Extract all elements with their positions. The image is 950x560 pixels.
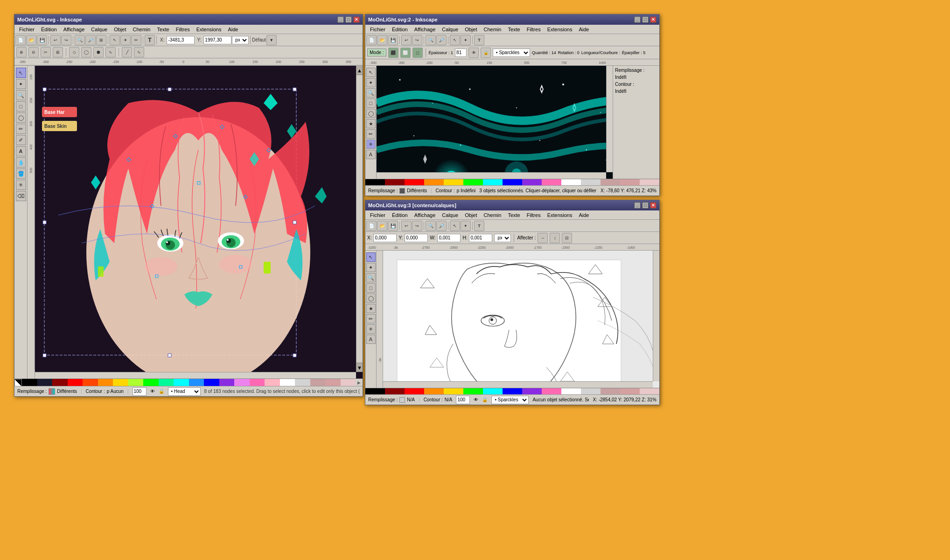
menu-extensions[interactable]: Extensions <box>194 26 224 33</box>
layer-select[interactable]: • Head <box>168 387 201 396</box>
br-menu-objet[interactable]: Objet <box>462 212 480 218</box>
br-maximize-button[interactable]: □ <box>642 202 649 209</box>
br-text[interactable]: T <box>474 221 484 231</box>
opacity-input[interactable] <box>133 387 147 396</box>
pen-btn[interactable]: ✏ <box>131 35 141 45</box>
br-ellipse[interactable]: ◯ <box>366 294 376 303</box>
tr-open[interactable]: 📂 <box>377 35 387 45</box>
color-violet[interactable] <box>234 379 250 386</box>
br-pal-white[interactable] <box>561 388 581 395</box>
tr-star[interactable]: ★ <box>366 119 376 128</box>
redo-btn[interactable]: ↪ <box>61 35 71 45</box>
tr-pal-rose[interactable] <box>620 179 640 186</box>
line-seg-btn[interactable]: ╱ <box>122 47 132 57</box>
br-menu-aide[interactable]: Aide <box>576 212 592 218</box>
tr-redo[interactable]: ↪ <box>412 35 422 45</box>
br-undo[interactable]: ↩ <box>401 221 412 231</box>
symmetric-btn[interactable]: ⬟ <box>93 47 104 57</box>
br-pal-mauve[interactable] <box>601 388 620 395</box>
curve-seg-btn[interactable]: ∿ <box>134 47 144 57</box>
color-darkorange[interactable] <box>98 379 113 386</box>
tr-zoom-in[interactable]: 🔍 <box>426 35 436 45</box>
tr-close-button[interactable]: ✕ <box>650 16 657 23</box>
br-node2[interactable]: ✦ <box>366 263 376 272</box>
undo-btn[interactable]: ↩ <box>50 35 61 45</box>
color-white[interactable] <box>280 379 295 386</box>
spray-tool[interactable]: ✳ <box>16 180 26 190</box>
scroll-right[interactable]: ▲ ▼ <box>356 66 363 372</box>
br-pal-violet[interactable] <box>522 388 542 395</box>
color-blueviolet[interactable] <box>219 379 235 386</box>
tr-canvas[interactable] <box>377 66 613 179</box>
tr-pal-orange[interactable] <box>424 179 444 186</box>
menu-objet[interactable]: Objet <box>111 26 129 33</box>
tr-save[interactable]: 💾 <box>388 35 398 45</box>
zoom-tool[interactable]: 🔍 <box>16 90 26 100</box>
cusp-btn[interactable]: ◇ <box>69 47 79 57</box>
br-y-input[interactable] <box>405 234 428 242</box>
y-coord-input[interactable] <box>203 36 231 44</box>
color-red[interactable] <box>68 379 83 386</box>
br-pal-blue[interactable] <box>503 388 522 395</box>
tr-pal-red[interactable] <box>405 179 424 186</box>
br-zoom-in[interactable]: 🔍 <box>426 221 436 231</box>
br-pal-lgray[interactable] <box>581 388 601 395</box>
color-blue[interactable] <box>204 379 219 386</box>
br-opacity-input[interactable] <box>456 396 470 404</box>
main-canvas[interactable]: Base Har Base Skin ▲ ▼ <box>35 66 363 378</box>
br-x-input[interactable] <box>373 234 397 242</box>
zoom-in-btn[interactable]: 🔍 <box>75 35 85 45</box>
br-menu-fichier[interactable]: Fichier <box>367 212 388 218</box>
pen-tool2[interactable]: ✏ <box>16 124 26 134</box>
br-pal-darkred[interactable] <box>385 388 405 395</box>
br-redo[interactable]: ↪ <box>412 221 422 231</box>
tr-select[interactable]: ↖ <box>450 35 460 45</box>
br-close-button[interactable]: ✕ <box>650 202 657 209</box>
mode-btn2[interactable]: ⬜ <box>400 48 411 58</box>
join-node-btn[interactable]: ⊞ <box>53 47 63 57</box>
br-text2[interactable]: A <box>366 335 376 344</box>
br-rect[interactable]: □ <box>366 283 376 293</box>
scroll-palette-right[interactable]: ▶ <box>356 379 363 386</box>
tr-scroll-right[interactable] <box>606 66 613 172</box>
br-menu-edition[interactable]: Édition <box>389 212 411 218</box>
main-window[interactable]: MoOnLiGht.svg - Inkscape _ □ ✕ Fichier É… <box>14 14 363 397</box>
tr-node[interactable]: ✦ <box>461 35 471 45</box>
br-menu-calque[interactable]: Calque <box>439 212 461 218</box>
tr-minimize-button[interactable]: _ <box>634 16 641 23</box>
tr-menu-fichier[interactable]: Fichier <box>367 26 388 33</box>
node-tool[interactable]: ✦ <box>16 79 26 89</box>
tr-pal-violet[interactable] <box>522 179 542 186</box>
color-medspring[interactable] <box>159 379 174 386</box>
tr-pal-yellow[interactable] <box>444 179 463 186</box>
br-pal-cyan[interactable] <box>483 388 503 395</box>
tr-layer-select[interactable]: • Sparckles <box>493 49 530 57</box>
br-arrow[interactable]: ↖ <box>366 252 376 262</box>
tr-pen[interactable]: ✏ <box>366 129 376 139</box>
tr-pal-lime[interactable] <box>463 179 483 186</box>
tr-ellipse[interactable]: ◯ <box>366 109 376 118</box>
br-affecter-btn1[interactable]: ↔ <box>538 233 548 243</box>
br-canvas[interactable] <box>383 251 659 388</box>
color-orangered[interactable] <box>83 379 98 386</box>
scroll-bottom[interactable] <box>35 372 356 378</box>
zoom-out-btn[interactable]: 🔎 <box>85 35 96 45</box>
color-mistyrose[interactable] <box>341 379 356 386</box>
color-cyan[interactable] <box>174 379 189 386</box>
tr-menu-edition[interactable]: Édition <box>389 26 411 33</box>
eye-btn[interactable]: 👁 <box>468 48 479 58</box>
br-star2[interactable]: ★ <box>366 304 376 313</box>
tr-node2[interactable]: ✦ <box>366 78 376 87</box>
tr-pal-cyan[interactable] <box>483 179 503 186</box>
eraser-tool[interactable]: ⌫ <box>16 191 26 201</box>
pencil-tool[interactable]: ✐ <box>16 135 26 145</box>
tr-text[interactable]: T <box>474 35 484 45</box>
tr-arrow[interactable]: ↖ <box>366 68 376 77</box>
tr-menu-aide[interactable]: Aide <box>576 26 592 33</box>
br-pal-yellow[interactable] <box>444 388 463 395</box>
bottom-right-window[interactable]: MoOnLiGht.svg:3 [contenu/calques] _ □ ✕ … <box>365 200 660 405</box>
br-unit-select[interactable]: px <box>494 234 511 242</box>
br-pal-misty[interactable] <box>640 388 659 395</box>
color-darkblue[interactable] <box>37 379 53 386</box>
tr-text2[interactable]: A <box>366 150 376 159</box>
